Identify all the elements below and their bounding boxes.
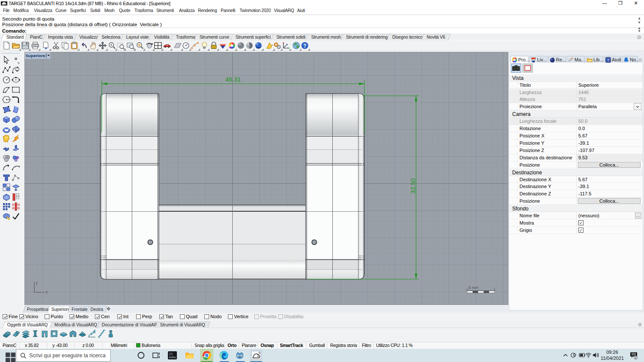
svg-text:46.31: 46.31 — [225, 76, 241, 83]
svg-text:GoPro: GoPro — [169, 356, 176, 359]
svg-text:Superiore: Superiore — [26, 53, 46, 58]
svg-text:1: 1 — [635, 356, 636, 359]
svg-text:?: ? — [303, 43, 306, 49]
svg-text:y: y — [36, 280, 38, 285]
svg-text:5 mm: 5 mm — [468, 285, 479, 290]
svg-text:x: x — [46, 290, 48, 295]
svg-text:6: 6 — [259, 351, 261, 354]
svg-text:32.50: 32.50 — [410, 178, 416, 194]
svg-text:?: ? — [607, 58, 609, 62]
